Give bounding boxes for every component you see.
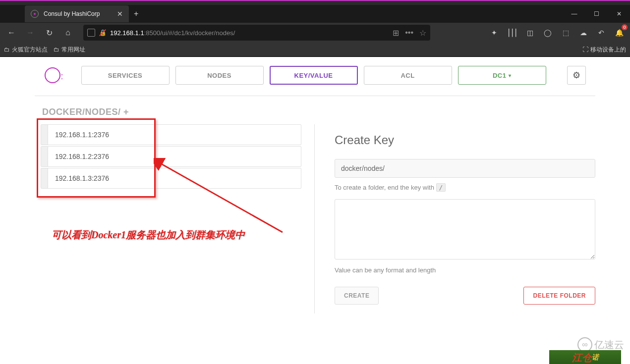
consul-logo[interactable] bbox=[45, 67, 60, 83]
create-button[interactable]: CREATE bbox=[335, 287, 379, 305]
tab-services[interactable]: SERVICES bbox=[81, 66, 170, 85]
url-text: 192.168.1.1:8500/ui/#/dc1/kv/docker/node… bbox=[110, 29, 235, 37]
cloud-icon[interactable]: ☁ bbox=[576, 26, 590, 40]
close-tab-icon[interactable]: ✕ bbox=[117, 10, 123, 18]
folder-icon: 🗀 bbox=[54, 46, 59, 53]
breadcrumb: DOCKER/NODES/ + bbox=[0, 107, 630, 117]
watermark-badge: 江仓诺 bbox=[549, 350, 621, 364]
settings-button[interactable]: ⚙ bbox=[567, 66, 586, 85]
back-button[interactable]: ← bbox=[4, 25, 19, 40]
kv-label: 192.168.1.3:2376 bbox=[48, 174, 109, 182]
address-bar[interactable]: 192.168.1.1:8500/ui/#/dc1/kv/docker/node… bbox=[83, 25, 430, 41]
reload-button[interactable]: ↻ bbox=[42, 25, 57, 40]
folder-icon: 🗀 bbox=[4, 46, 10, 53]
bookmark-firefox-official[interactable]: 🗀火狐官方站点 bbox=[4, 46, 48, 54]
add-key-button[interactable]: + bbox=[121, 107, 129, 117]
kv-handle bbox=[41, 125, 48, 145]
forward-button[interactable]: → bbox=[23, 25, 38, 40]
close-window-button[interactable]: ✕ bbox=[608, 5, 630, 23]
bookmark-common-sites[interactable]: 🗀常用网址 bbox=[54, 46, 85, 54]
delete-folder-button[interactable]: DELETE FOLDER bbox=[523, 287, 595, 305]
crop-icon[interactable]: ⬚ bbox=[559, 26, 573, 40]
bookmark-star-icon[interactable]: ☆ bbox=[419, 28, 426, 38]
tab-title: Consul by HashiCorp bbox=[44, 10, 112, 17]
kv-item[interactable]: 192.168.1.2:2376 bbox=[41, 146, 301, 167]
value-hint-text: Value can be any format and length bbox=[335, 266, 595, 274]
annotation-text: 可以看到Docker1服务器也加入到群集环境中 bbox=[52, 228, 245, 242]
notification-icon[interactable]: 🔔0 bbox=[612, 26, 626, 40]
divider bbox=[35, 96, 595, 96]
kv-item[interactable]: 192.168.1.1:2376 bbox=[41, 124, 301, 145]
minimize-button[interactable]: — bbox=[563, 5, 585, 23]
tab-acl[interactable]: ACL bbox=[364, 66, 452, 85]
create-key-title: Create Key bbox=[335, 133, 595, 147]
value-textarea[interactable] bbox=[335, 199, 595, 260]
kv-handle bbox=[41, 147, 48, 166]
slash-badge: / bbox=[436, 183, 446, 192]
maximize-button[interactable]: ☐ bbox=[585, 5, 608, 23]
kv-label: 192.168.1.2:2376 bbox=[48, 153, 109, 160]
browser-tab[interactable]: Consul by HashiCorp ✕ bbox=[25, 5, 129, 22]
home-button[interactable]: ⌂ bbox=[60, 25, 75, 40]
shield-icon[interactable] bbox=[87, 29, 95, 37]
breadcrumb-docker[interactable]: DOCKER/ bbox=[42, 107, 85, 117]
qr-icon[interactable]: ⊞ bbox=[393, 28, 399, 38]
page-actions-icon[interactable]: ••• bbox=[405, 28, 413, 38]
kv-label: 192.168.1.1:2376 bbox=[48, 131, 109, 139]
kv-handle bbox=[41, 168, 48, 188]
breadcrumb-nodes[interactable]: NODES/ bbox=[85, 107, 121, 117]
tab-nodes[interactable]: NODES bbox=[175, 66, 264, 85]
insecure-lock-icon[interactable] bbox=[99, 29, 106, 36]
extensions-icon[interactable]: ✦ bbox=[487, 26, 501, 40]
new-tab-button[interactable]: + bbox=[134, 9, 138, 18]
kv-item[interactable]: 192.168.1.3:2376 bbox=[41, 168, 301, 189]
sidebar-icon[interactable]: ◫ bbox=[523, 26, 537, 40]
datacenter-selector[interactable]: DC1 bbox=[458, 66, 546, 85]
key-name-input[interactable] bbox=[335, 159, 595, 178]
account-icon[interactable]: ◯ bbox=[541, 26, 555, 40]
consul-favicon bbox=[31, 10, 39, 18]
undo-icon[interactable]: ↶ bbox=[594, 26, 608, 40]
library-icon[interactable]: ⎮⎮⎮ bbox=[505, 26, 519, 40]
folder-hint-text: To create a folder, end the key with / bbox=[335, 184, 595, 191]
mobile-devices-link[interactable]: ⛶移动设备上的 bbox=[582, 46, 626, 54]
mobile-icon: ⛶ bbox=[582, 46, 588, 53]
tab-keyvalue[interactable]: KEY/VALUE bbox=[270, 66, 358, 85]
